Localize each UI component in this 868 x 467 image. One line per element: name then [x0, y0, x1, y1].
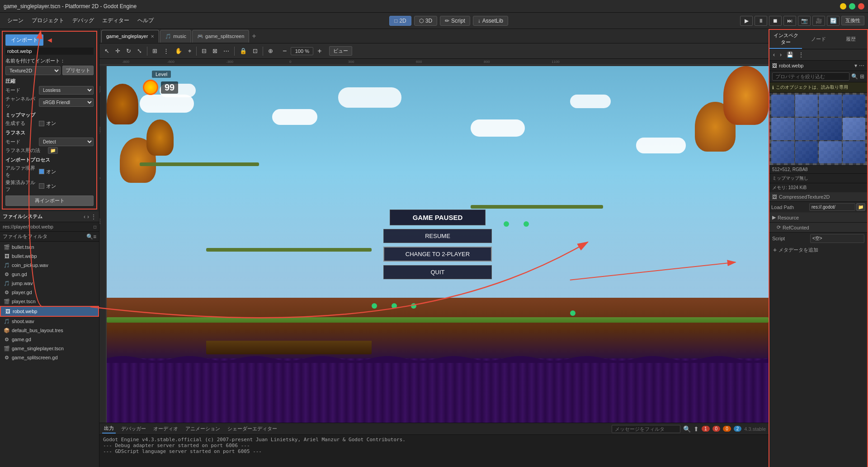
add-tab-button[interactable]: +	[250, 32, 258, 40]
mode-3d-button[interactable]: ⬡ 3D	[414, 16, 437, 26]
fs-search-button[interactable]: 🔍	[86, 234, 93, 240]
mode-2d-button[interactable]: □ 2D	[389, 16, 411, 26]
align-tool[interactable]: ⊟	[199, 46, 209, 56]
tab-inspector[interactable]: インスペクター	[769, 30, 802, 49]
insp-resource-expand[interactable]: ▾	[854, 62, 857, 69]
reimport-button[interactable]: 再インポート	[5, 195, 94, 206]
lock-tool[interactable]: 🔒	[237, 46, 249, 56]
move-tool[interactable]: ✛	[113, 46, 123, 56]
refcounted-section-header[interactable]: ⟳ RefCounted	[769, 223, 867, 233]
list-item[interactable]: 🎵 jump.wav	[0, 279, 99, 288]
menu-debug[interactable]: デバッグ	[69, 15, 98, 26]
console-search-button[interactable]: 🔍	[683, 425, 691, 433]
titlebar-controls[interactable]	[840, 3, 864, 10]
distribute-tool[interactable]: ⊠	[210, 46, 220, 56]
insp-resource-options[interactable]: ⋯	[859, 62, 864, 69]
stop-button[interactable]: ⏹	[769, 16, 782, 26]
menu-project[interactable]: プロジェクト	[28, 15, 68, 26]
list-item[interactable]: 🎬 bullet.tscn	[0, 243, 99, 252]
console-tab-shader[interactable]: シェーダーエディター	[226, 424, 279, 433]
menu-scene[interactable]: シーン	[4, 15, 27, 26]
fs-nav-back[interactable]: ‹	[84, 214, 85, 220]
console-filter-level-button[interactable]: ⬆	[693, 425, 699, 433]
inspector-search-input[interactable]	[772, 72, 849, 81]
compat-button[interactable]: 互換性	[841, 16, 864, 25]
insp-menu-button[interactable]: ⋮	[797, 51, 806, 59]
console-tab-output[interactable]: 出力	[102, 424, 116, 434]
insp-save-button[interactable]: 💾	[785, 51, 795, 59]
add-metadata-button[interactable]: + メタデータを追加	[769, 244, 867, 255]
snap-grid-tool[interactable]: ⊕	[266, 46, 275, 56]
resource-section-header[interactable]: ▶ Resource	[769, 213, 867, 223]
close-button[interactable]	[858, 3, 864, 10]
tab-game-splitscreen[interactable]: 🎮 game_splitscreen	[192, 30, 249, 43]
insp-forward-button[interactable]: ›	[778, 51, 783, 59]
more-tool[interactable]: ⋯	[221, 46, 231, 56]
zoom-in-button[interactable]: +	[315, 46, 324, 57]
menu-editor[interactable]: エディター	[99, 15, 133, 26]
list-item[interactable]: 🎵 shoot.wav	[0, 317, 99, 326]
grid-tool[interactable]: ⊞	[150, 46, 160, 56]
list-item-robot-webp[interactable]: 🖼 robot.webp	[0, 306, 99, 317]
tab-history[interactable]: 履歴	[835, 33, 867, 46]
compressed-texture-section[interactable]: 🖼 CompressedTexture2D	[769, 192, 867, 202]
roughness-pick-button[interactable]: 📁	[48, 147, 58, 154]
group-tool[interactable]: ⊡	[250, 46, 260, 56]
list-item[interactable]: ⚙ player.gd	[0, 288, 99, 297]
fs-breadcrumb-copy[interactable]: □	[94, 224, 96, 229]
tab-music[interactable]: 🎵 music	[160, 30, 191, 43]
pan-tool[interactable]: ✋	[173, 46, 184, 56]
quit-button[interactable]: QUIT	[383, 265, 492, 279]
fs-menu-button[interactable]: ⋮	[91, 214, 96, 220]
script-value[interactable]: <空>	[810, 234, 864, 243]
change-player-button[interactable]: CHANGE TO 2-PLAYER	[383, 247, 492, 262]
camera-button[interactable]: 📷	[798, 16, 811, 26]
list-item[interactable]: 🎬 game_singleplayer.tscn	[0, 344, 99, 353]
mode-assetlib-button[interactable]: ↓ AssetLib	[473, 16, 508, 26]
mode-select[interactable]: Lossless	[39, 86, 94, 95]
rotate-tool[interactable]: ↻	[124, 46, 133, 56]
tab-close-icon[interactable]: ✕	[151, 34, 154, 39]
mode-script-button[interactable]: ✏ Script	[440, 16, 470, 26]
insp-back-button[interactable]: ‹	[771, 51, 777, 59]
tab-node[interactable]: ノード	[802, 33, 835, 46]
maximize-button[interactable]	[849, 3, 855, 10]
channel-select[interactable]: sRGB Friendl	[39, 98, 94, 107]
console-filter-input[interactable]	[612, 425, 680, 433]
play-button[interactable]: ▶	[740, 16, 753, 26]
menu-help[interactable]: ヘルプ	[134, 15, 157, 26]
list-item[interactable]: 🎬 player.tscn	[0, 297, 99, 306]
list-item[interactable]: ⚙ game.gd	[0, 335, 99, 344]
list-item[interactable]: 📦 default_bus_layout.tres	[0, 326, 99, 335]
list-item[interactable]: 🎵 coin_pickup.wav	[0, 261, 99, 270]
resume-button[interactable]: RESUME	[383, 229, 492, 243]
alpha-cut-checkbox[interactable]	[39, 169, 44, 174]
roughness-mode-select[interactable]: Detect	[39, 138, 94, 146]
import-preset-button[interactable]: プリセット	[62, 66, 94, 75]
minimize-button[interactable]	[840, 3, 846, 10]
console-tab-audio[interactable]: オーディオ	[151, 424, 180, 433]
tab-game-singleplayer[interactable]: game_singleplayer ✕	[101, 30, 159, 43]
premult-alpha-checkbox[interactable]	[39, 183, 44, 189]
generate-checkbox[interactable]	[39, 121, 44, 126]
list-item[interactable]: ⚙ gun.gd	[0, 270, 99, 279]
video-button[interactable]: 🎥	[812, 16, 825, 26]
list-item[interactable]: 🖼 bullet.webp	[0, 252, 99, 261]
load-path-value[interactable]: res://.godot/	[809, 203, 855, 211]
import-button[interactable]: インポート	[5, 34, 43, 46]
zoom-out-button[interactable]: −	[280, 46, 289, 57]
scale-tool[interactable]: ⤡	[135, 46, 144, 56]
fs-sort-button[interactable]: ≡	[93, 234, 96, 240]
fs-nav-forward[interactable]: ›	[87, 214, 89, 220]
console-tab-animation[interactable]: アニメーション	[184, 424, 222, 433]
load-path-open-button[interactable]: 📁	[856, 203, 865, 211]
insp-search-icon[interactable]: 🔍	[851, 73, 858, 80]
view-button[interactable]: ビュー	[329, 46, 352, 56]
zoom-tool[interactable]: ⌖	[186, 46, 193, 56]
snap-tool[interactable]: ⋮	[161, 46, 171, 56]
select-tool[interactable]: ↖	[102, 46, 112, 56]
list-item[interactable]: ⚙ game_splitscreen.gd	[0, 353, 99, 362]
insp-filter-button[interactable]: ⊞	[860, 73, 864, 80]
console-tab-debugger[interactable]: デバッガー	[119, 424, 148, 433]
pause-button[interactable]: ⏸	[755, 16, 767, 26]
